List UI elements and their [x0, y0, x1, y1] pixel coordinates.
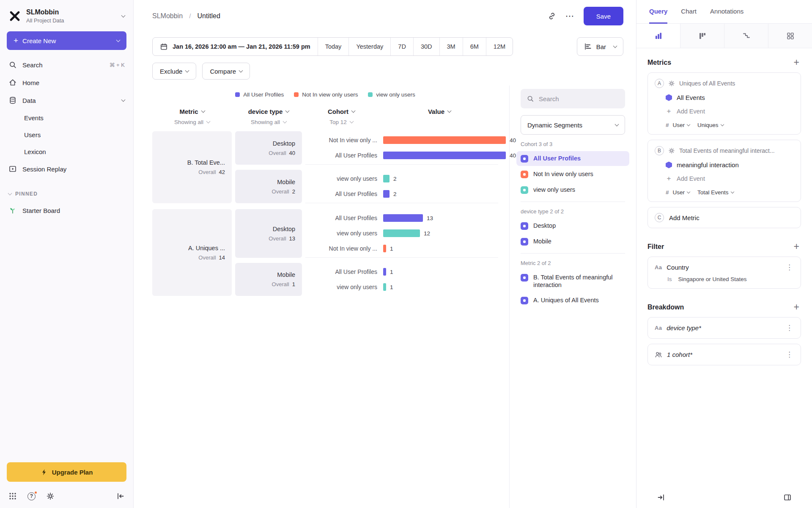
sidebar-item-data[interactable]: Data: [0, 91, 133, 109]
value-bar[interactable]: [383, 245, 386, 252]
create-new-button[interactable]: + Create New: [7, 31, 126, 50]
kebab-menu-icon[interactable]: ⋮: [785, 323, 794, 332]
quick-range-30d[interactable]: 30D: [413, 38, 439, 55]
value-bar[interactable]: [383, 136, 506, 144]
column-filter-metric[interactable]: Showing all: [174, 119, 210, 125]
device-cell-desktop[interactable]: Desktop Overall13: [235, 209, 302, 258]
filter-value[interactable]: Singapore or United States: [678, 276, 747, 282]
compare-button[interactable]: Compare: [202, 63, 250, 80]
column-filter-device-type[interactable]: Showing all: [251, 119, 286, 125]
segment-item-all-user-profiles[interactable]: All User Profiles: [516, 151, 629, 166]
quick-range-today[interactable]: Today: [318, 38, 349, 55]
aggregation-type-select[interactable]: Total Events: [697, 189, 734, 196]
quick-range-12m[interactable]: 12M: [486, 38, 513, 55]
metric-event[interactable]: All Events: [655, 94, 794, 101]
sidebar-item-users[interactable]: Users: [0, 126, 133, 143]
quick-range-7d[interactable]: 7D: [390, 38, 413, 55]
sidebar-item-session-replay[interactable]: Session Replay: [0, 160, 133, 178]
metric-cell[interactable]: B. Total Eve... Overall42: [152, 131, 232, 203]
upgrade-plan-button[interactable]: Upgrade Plan: [7, 462, 126, 482]
pinned-section-header[interactable]: PINNED: [0, 186, 133, 202]
report-type-more[interactable]: [768, 24, 812, 48]
gear-icon[interactable]: [668, 147, 675, 154]
add-breakdown-button[interactable]: +: [792, 302, 801, 312]
sidebar-item-starter-board[interactable]: Starter Board: [0, 202, 133, 219]
segment-item-b-total-events-of-meaningful-interaction[interactable]: B. Total Events of meaningful interactio…: [516, 270, 629, 292]
legend-item-view-only-users[interactable]: view only users: [368, 91, 415, 98]
chart-type-button[interactable]: Bar: [577, 37, 623, 56]
segment-checkbox[interactable]: [521, 222, 528, 230]
metric-cell[interactable]: A. Uniques ... Overall14: [152, 209, 232, 296]
aggregation-entity-select[interactable]: User: [673, 122, 690, 128]
value-bar[interactable]: [383, 268, 386, 276]
tab-annotations[interactable]: Annotations: [710, 0, 743, 24]
column-header-value[interactable]: Value: [428, 108, 451, 115]
value-bar[interactable]: [383, 152, 506, 159]
segment-checkbox[interactable]: [521, 274, 528, 282]
tab-query[interactable]: Query: [649, 0, 667, 24]
aggregation-type-select[interactable]: Uniques: [697, 122, 724, 128]
column-header-cohort[interactable]: Cohort: [328, 108, 355, 115]
legend-item-all-user-profiles[interactable]: All User Profiles: [235, 91, 284, 98]
add-metric-button[interactable]: C Add Metric: [648, 207, 801, 228]
kebab-menu-icon[interactable]: ⋮: [785, 350, 794, 359]
apps-grid-button[interactable]: [8, 492, 17, 500]
add-event-button[interactable]: + Add Event: [655, 107, 794, 116]
gear-icon[interactable]: [668, 80, 675, 87]
segment-checkbox[interactable]: [521, 155, 528, 163]
column-header-device-type[interactable]: device type: [248, 108, 289, 115]
collapse-sidebar-button[interactable]: [116, 492, 125, 500]
legend-item-not-in-view-only-users[interactable]: Not In view only users: [294, 91, 358, 98]
breadcrumb-current[interactable]: Untitled: [198, 12, 220, 19]
device-cell-mobile[interactable]: Mobile Overall2: [235, 170, 302, 203]
segments-search-input[interactable]: [539, 95, 619, 102]
add-metric-plus-button[interactable]: +: [792, 58, 801, 67]
segment-checkbox[interactable]: [521, 171, 528, 178]
layout-toggle-button[interactable]: [783, 493, 792, 502]
sidebar-item-home[interactable]: Home: [0, 74, 133, 91]
expand-panel-button[interactable]: [657, 493, 665, 502]
report-type-funnels[interactable]: [680, 24, 724, 48]
value-bar[interactable]: [383, 175, 390, 182]
tab-chart[interactable]: Chart: [681, 0, 697, 24]
segment-item-a-uniques-of-all-events[interactable]: A. Uniques of All Events: [516, 293, 629, 308]
metric-event[interactable]: meaningful interaction: [655, 161, 794, 168]
save-button[interactable]: Save: [584, 7, 623, 25]
report-type-retention[interactable]: [724, 24, 768, 48]
segment-item-mobile[interactable]: Mobile: [516, 234, 629, 249]
workspace-switcher[interactable]: SLMobbin All Project Data: [0, 0, 133, 30]
add-event-button[interactable]: + Add Event: [655, 174, 794, 183]
segment-checkbox[interactable]: [521, 238, 528, 246]
more-options-button[interactable]: ⋯: [565, 11, 574, 21]
value-bar[interactable]: [383, 283, 386, 291]
quick-range-3m[interactable]: 3M: [439, 38, 463, 55]
column-header-metric[interactable]: Metric: [179, 108, 204, 115]
segment-checkbox[interactable]: [521, 297, 528, 304]
breakdown-item[interactable]: Aa device type* ⋮: [648, 318, 801, 338]
sidebar-item-search[interactable]: Search ⌘ + K: [0, 56, 133, 74]
breakdown-item[interactable]: 1 cohort* ⋮: [648, 344, 801, 365]
quick-range-6m[interactable]: 6M: [463, 38, 486, 55]
sidebar-item-events[interactable]: Events: [0, 109, 133, 126]
segment-item-desktop[interactable]: Desktop: [516, 218, 629, 233]
report-type-insights[interactable]: [636, 24, 680, 48]
segment-checkbox[interactable]: [521, 186, 528, 194]
value-bar[interactable]: [383, 190, 390, 198]
breadcrumb-project[interactable]: SLMobbin: [152, 12, 183, 19]
quick-range-yesterday[interactable]: Yesterday: [348, 38, 390, 55]
filter-operator[interactable]: Is: [667, 276, 672, 282]
copy-link-button[interactable]: [548, 12, 556, 20]
segment-item-not-in-view-only-users[interactable]: Not In view only users: [516, 167, 629, 182]
aggregation-entity-select[interactable]: User: [673, 189, 690, 196]
segments-mode-select[interactable]: Dynamic Segments: [521, 115, 625, 135]
kebab-menu-icon[interactable]: ⋮: [785, 263, 794, 272]
sidebar-item-lexicon[interactable]: Lexicon: [0, 143, 133, 160]
add-filter-button[interactable]: +: [792, 242, 801, 251]
filter-property[interactable]: Country: [667, 264, 780, 271]
date-range-button[interactable]: Jan 16, 2026 12:00 am — Jan 21, 2026 11:…: [153, 38, 318, 55]
value-bar[interactable]: [383, 214, 423, 222]
segments-search[interactable]: [521, 89, 625, 108]
settings-button[interactable]: [46, 492, 55, 500]
column-filter-cohort[interactable]: Top 12: [329, 119, 353, 125]
segment-item-view-only-users[interactable]: view only users: [516, 182, 629, 197]
